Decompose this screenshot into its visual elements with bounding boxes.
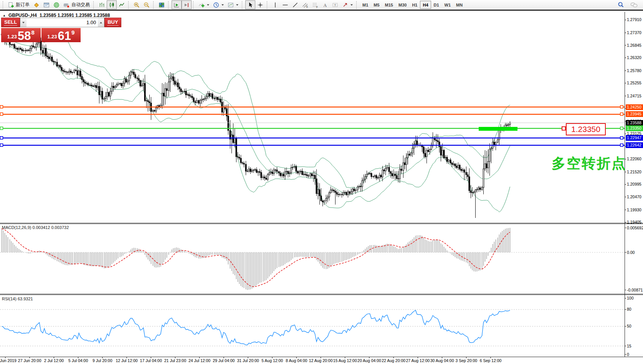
svg-text:F: F — [316, 5, 318, 8]
chat-icon — [630, 2, 638, 8]
volume-input[interactable] — [26, 18, 98, 27]
timeframe-m5-button[interactable]: M5 — [371, 1, 382, 9]
search-button[interactable] — [616, 0, 626, 9]
dropdown-caret — [350, 4, 353, 6]
toolbar-grip — [193, 1, 195, 9]
svg-text:E: E — [306, 5, 308, 8]
buy-price-big: 61 — [58, 31, 71, 41]
search-icon — [618, 2, 624, 8]
line-handle[interactable] — [620, 127, 623, 130]
sell-price-display[interactable]: 1.23 58 8 — [1, 28, 41, 42]
buy-button[interactable]: BUY — [104, 18, 121, 27]
line-handle[interactable] — [0, 105, 3, 108]
volume-down-button[interactable] — [20, 18, 26, 27]
crosshair-icon — [257, 2, 263, 8]
toolbar: 新订单 自动交易 — [0, 0, 643, 11]
zoom-in-icon — [134, 2, 140, 8]
timeframe-w1-button[interactable]: W1 — [442, 1, 454, 9]
sell-price-big: 58 — [18, 31, 31, 41]
periods-button[interactable] — [211, 0, 226, 9]
highlight-segment[interactable] — [479, 127, 517, 131]
line-chart-button[interactable] — [117, 0, 127, 9]
chinese-annotation[interactable]: 多空转折点 — [552, 154, 626, 173]
chat-button[interactable] — [628, 0, 640, 9]
new-order-button[interactable]: 新订单 — [6, 0, 31, 9]
fibonacci-tool-button[interactable]: F — [310, 0, 320, 9]
horizontal-line-icon — [282, 2, 288, 8]
line-handle[interactable] — [620, 113, 623, 115]
trendline-icon — [292, 2, 298, 8]
arrows-icon — [342, 2, 348, 8]
timeframe-h4-button[interactable]: H4 — [420, 1, 431, 9]
bar-chart-icon — [99, 2, 105, 8]
channel-tool-button[interactable]: E — [300, 0, 310, 9]
zoom-in-button[interactable] — [132, 0, 142, 9]
bollinger-bands — [2, 33, 510, 212]
macd-signal-line — [2, 229, 510, 287]
timeframe-mn-button[interactable]: MN — [453, 1, 465, 9]
bar-chart-button[interactable] — [97, 0, 107, 9]
sell-price-small: 1.23 — [7, 34, 17, 40]
signals-button[interactable] — [51, 0, 61, 9]
volume-up-button[interactable] — [98, 18, 104, 27]
sell-button[interactable]: SELL — [1, 18, 20, 27]
macd-histogram — [2, 228, 510, 290]
line-handle[interactable] — [0, 137, 3, 139]
autotrading-button[interactable]: 自动交易 — [61, 0, 92, 9]
line-handle[interactable] — [0, 113, 3, 115]
line-handle[interactable] — [620, 137, 623, 139]
caret-up-icon — [100, 22, 102, 23]
zoom-out-button[interactable] — [142, 0, 152, 9]
callout-handle[interactable] — [562, 127, 565, 130]
channel-icon: E — [302, 2, 308, 8]
buy-price-display[interactable]: 1.23 61 9 — [41, 28, 81, 42]
svg-text:A: A — [324, 2, 327, 8]
line-handle[interactable] — [0, 144, 3, 147]
toolbar-grip — [153, 1, 155, 9]
crosshair-tool-button[interactable] — [255, 0, 265, 9]
new-order-icon — [8, 2, 14, 8]
timeframe-m15-button[interactable]: M15 — [382, 1, 396, 9]
indicators-button[interactable] — [197, 0, 211, 9]
market-watch-button[interactable] — [41, 0, 51, 9]
timeframe-h1-button[interactable]: H1 — [409, 1, 420, 9]
line-handle[interactable] — [620, 105, 623, 108]
dropdown-caret — [221, 4, 224, 6]
chart-canvas[interactable] — [0, 0, 643, 364]
chart-shift-button[interactable] — [182, 0, 192, 9]
tile-windows-button[interactable] — [157, 0, 167, 9]
candlestick-chart-icon — [109, 2, 115, 8]
toolbar-grip — [128, 1, 130, 9]
text-tool-button[interactable]: A — [320, 0, 330, 9]
auto-scroll-button[interactable] — [172, 0, 182, 9]
cursor-tool-button[interactable] — [245, 0, 255, 9]
auto-scroll-icon — [174, 2, 180, 8]
metaeditor-button[interactable] — [31, 0, 41, 9]
text-label-icon: T — [332, 2, 338, 8]
indicators-icon — [198, 2, 205, 8]
collapse-icon[interactable]: ▲ — [3, 14, 6, 17]
templates-button[interactable] — [226, 0, 240, 9]
text-label-tool-button[interactable]: T — [330, 0, 340, 9]
arrows-tool-button[interactable] — [340, 0, 355, 9]
autotrading-icon — [63, 2, 70, 8]
timeframe-m30-button[interactable]: M30 — [396, 1, 409, 9]
buy-label: BUY — [107, 19, 118, 26]
toolbar-grip — [3, 1, 5, 9]
metaeditor-icon — [33, 2, 40, 8]
horizontal-line-tool-button[interactable] — [280, 0, 290, 9]
symbol-title-bar: ▲ GBPUSD-,H4 1.23585 1.23591 1.23585 1.2… — [3, 13, 110, 18]
line-handle[interactable] — [620, 144, 623, 147]
new-order-label: 新订单 — [16, 2, 30, 8]
trendline-tool-button[interactable] — [290, 0, 300, 9]
buy-price-small: 1.23 — [47, 34, 57, 40]
timeframe-m1-button[interactable]: M1 — [360, 1, 371, 9]
price-callout-box[interactable]: 1.23350 — [566, 123, 606, 135]
line-handle[interactable] — [0, 127, 3, 130]
caret-down-icon — [22, 22, 25, 23]
volume-stepper — [20, 18, 104, 27]
candlestick-chart-button[interactable] — [107, 0, 117, 9]
vertical-line-tool-button[interactable] — [270, 0, 280, 9]
timeframe-d1-button[interactable]: D1 — [431, 1, 442, 9]
toolbar-grip — [242, 1, 244, 9]
